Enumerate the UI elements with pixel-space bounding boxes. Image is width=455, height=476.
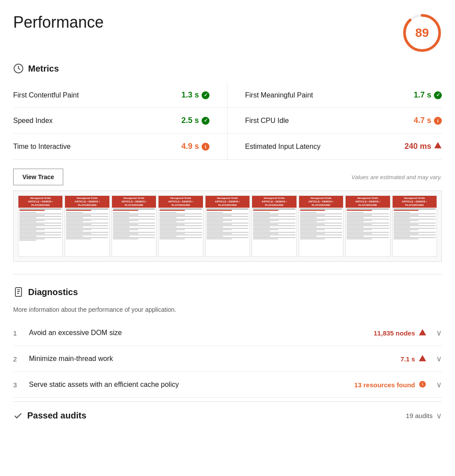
metric-tti-status: i [202,143,209,151]
metric-fmp-value: 1.7 s ✓ [414,90,442,100]
trace-note: Values are estimated and may vary. [351,174,442,180]
view-trace-button[interactable]: View Trace [13,169,63,185]
diag-info-icon-3: i [419,380,426,389]
screenshot-thumb-3: Hexagonal GridsARTICLE • DEMOS • PLAYGRO… [112,195,156,257]
diag-num-1: 1 [13,329,22,337]
metric-fcp-status: ✓ [202,91,209,99]
diag-num-3: 3 [13,381,22,389]
diag-warn-icon-2 [419,354,426,364]
metric-fcp-value: 1.3 s ✓ [181,90,209,100]
screenshot-thumb-8: Hexagonal GridsARTICLE • DEMOS • PLAYGRO… [345,195,390,257]
metric-fcp-label: First Contentful Paint [13,91,79,99]
metric-eil-label: Estimated Input Latency [245,143,321,151]
metric-eil-value: 240 ms [404,141,442,151]
screenshot-thumb-7: Hexagonal GridsARTICLE • DEMOS • PLAYGRO… [299,195,343,257]
diagnostics-section: Diagnostics More information about the p… [13,287,442,398]
svg-text:i: i [422,382,423,386]
diag-value-2: 7.1 s [401,354,426,364]
diagnostics-icon [13,287,24,297]
diag-label-1: Avoid an excessive DOM size [29,329,367,337]
metric-eil-warn-icon [434,141,442,151]
metric-eil: Estimated Input Latency 240 ms [228,133,442,160]
thumb-header-1: Hexagonal GridsARTICLE • DEMOS • PLAYGRO… [18,196,62,208]
metric-tti: Time to Interactive 4.9 s i [13,133,228,160]
passed-audits-right: 19 audits ∨ [406,411,442,421]
metrics-grid: First Contentful Paint 1.3 s ✓ First Mea… [13,83,442,160]
screenshot-thumb-2: Hexagonal GridsARTICLE • DEMOS • PLAYGRO… [65,195,109,257]
diag-label-3: Serve static assets with an efficient ca… [29,381,347,389]
metric-si: Speed Index 2.5 s ✓ [13,108,228,133]
metrics-title: Metrics [28,64,59,74]
diagnostic-item-2: 2 Minimize main-thread work 7.1 s ∨ [13,346,442,372]
divider-1 [13,274,442,274]
trace-header: View Trace Values are estimated and may … [13,169,442,185]
trace-section: View Trace Values are estimated and may … [13,169,442,262]
score-circle: 89 [402,13,442,53]
metric-fci: First CPU Idle 4.7 s i [228,108,442,133]
metric-si-value: 2.5 s ✓ [181,116,209,125]
diagnostics-title: Diagnostics [28,287,78,297]
diag-expand-2[interactable]: ∨ [436,354,442,364]
metric-fci-value: 4.7 s i [414,116,442,125]
passed-audits-count: 19 audits [406,412,433,419]
passed-audits-chevron[interactable]: ∨ [436,411,442,421]
passed-audits-left: Passed audits [13,411,87,421]
metric-fci-label: First CPU Idle [245,117,289,125]
metric-fmp-status: ✓ [434,91,442,99]
diagnostics-description: More information about the performance o… [13,306,442,313]
passed-check-icon [13,411,23,421]
thumb-body-1 [18,208,62,256]
screenshot-thumb-6: Hexagonal GridsARTICLE • DEMOS • PLAYGRO… [252,195,296,257]
diagnostic-item-1: 1 Avoid an excessive DOM size 11,835 nod… [13,320,442,346]
metric-fmp: First Meaningful Paint 1.7 s ✓ [228,83,442,108]
page-title: Performance [13,13,104,32]
diag-value-3: 13 resources found i [354,380,426,389]
page-header: Performance 89 [13,13,442,53]
screenshot-strip: Hexagonal GridsARTICLE • DEMOS • PLAYGRO… [13,191,442,262]
metric-fmp-label: First Meaningful Paint [245,91,313,99]
metric-fci-status: i [434,117,442,125]
diag-expand-1[interactable]: ∨ [436,328,442,338]
diag-warn-icon-1 [419,328,426,338]
diag-label-2: Minimize main-thread work [29,355,394,363]
screenshot-thumb-5: Hexagonal GridsARTICLE • DEMOS • PLAYGRO… [205,195,250,257]
metric-si-status: ✓ [202,117,209,125]
metrics-icon [13,63,24,74]
diagnostic-item-3: 3 Serve static assets with an efficient … [13,372,442,398]
metric-tti-value: 4.9 s i [181,142,209,151]
passed-audits[interactable]: Passed audits 19 audits ∨ [13,401,442,429]
screenshot-thumb-9: Hexagonal GridsARTICLE • DEMOS • PLAYGRO… [392,195,437,257]
diag-expand-3[interactable]: ∨ [436,380,442,389]
metric-tti-label: Time to Interactive [13,143,71,151]
score-value: 89 [415,26,429,40]
diag-value-1: 11,835 nodes [374,328,426,338]
passed-audits-title: Passed audits [27,411,87,421]
metric-fcp: First Contentful Paint 1.3 s ✓ [13,83,228,108]
metrics-section-header: Metrics [13,63,442,76]
diag-num-2: 2 [13,355,22,363]
metric-si-label: Speed Index [13,117,53,125]
diagnostics-section-header: Diagnostics [13,287,442,299]
screenshot-thumb-1: Hexagonal GridsARTICLE • DEMOS • PLAYGRO… [18,195,63,257]
screenshot-thumb-4: Hexagonal GridsARTICLE • DEMOS • PLAYGRO… [158,195,203,257]
